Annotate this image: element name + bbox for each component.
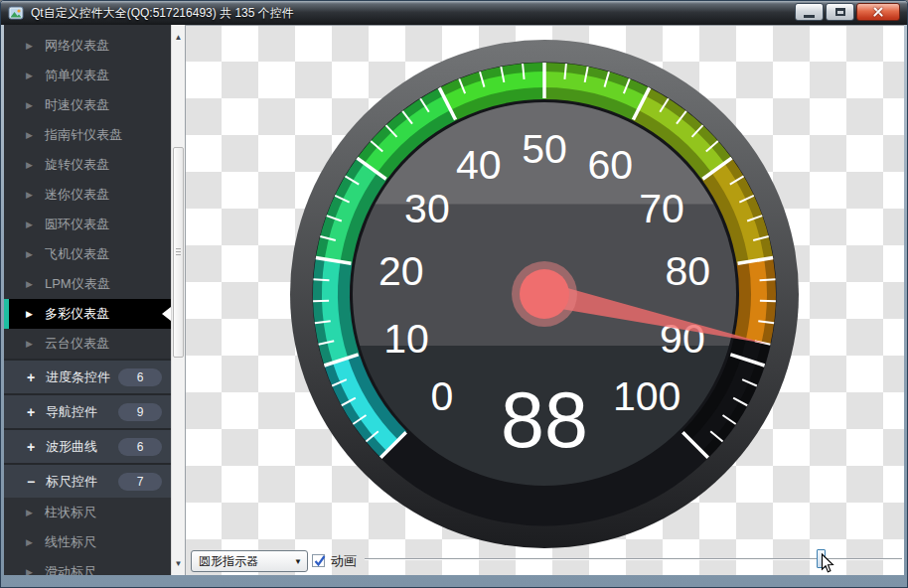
count-badge: 9 <box>118 403 162 421</box>
triangle-bullet-icon: ▶ <box>26 508 33 517</box>
scroll-up-button[interactable]: ▲ <box>172 30 185 45</box>
sidebar-item-12[interactable]: +导航控件9 <box>4 393 171 428</box>
sidebar: ▶网络仪表盘▶简单仪表盘▶时速仪表盘▶指南针仪表盘▶旋转仪表盘▶迷你仪表盘▶圆环… <box>4 25 171 575</box>
gauge-scale-label: 40 <box>456 142 502 188</box>
count-badge: 7 <box>118 473 162 491</box>
colorful-gauge: 010203040506070809010088 <box>185 25 904 575</box>
sidebar-item-1[interactable]: ▶简单仪表盘 <box>4 61 171 90</box>
sidebar-item-label: 多彩仪表盘 <box>45 305 109 323</box>
sidebar-item-2[interactable]: ▶时速仪表盘 <box>4 90 171 120</box>
gauge-scale-label: 10 <box>383 316 429 362</box>
sidebar-item-label: 云台仪表盘 <box>45 335 109 353</box>
gauge-scale-label: 70 <box>639 186 684 231</box>
sidebar-item-label: 波形曲线 <box>46 438 97 456</box>
gauge-scale-label: 100 <box>613 373 681 419</box>
window-frame: Qt自定义控件大全(QQ:517216493) 共 135 个控件 ▶网络仪表盘… <box>0 0 908 588</box>
window-title: Qt自定义控件大全(QQ:517216493) 共 135 个控件 <box>31 5 294 22</box>
gauge-scale-label: 50 <box>522 126 567 172</box>
sidebar-item-7[interactable]: ▶飞机仪表盘 <box>4 239 171 269</box>
sidebar-item-11[interactable]: +进度条控件6 <box>4 359 171 393</box>
checkmark-icon <box>313 553 329 569</box>
sidebar-item-6[interactable]: ▶圆环仪表盘 <box>4 210 171 239</box>
sidebar-item-label: 导航控件 <box>46 403 97 421</box>
gauge-scale-label: 0 <box>430 373 453 419</box>
close-button[interactable] <box>856 3 900 21</box>
sidebar-item-label: 网络仪表盘 <box>45 37 109 55</box>
minimize-button[interactable] <box>795 3 824 21</box>
sidebar-item-label: 指南针仪表盘 <box>45 126 122 144</box>
sidebar-item-label: LPM仪表盘 <box>45 275 110 293</box>
triangle-bullet-icon: ▶ <box>26 249 33 259</box>
sidebar-item-label: 简单仪表盘 <box>45 67 109 84</box>
sidebar-item-14[interactable]: −标尺控件7 <box>4 463 171 498</box>
sidebar-item-label: 进度条控件 <box>46 368 110 386</box>
sidebar-item-13[interactable]: +波形曲线6 <box>4 428 171 463</box>
combobox-value: 圆形指示器 <box>192 553 289 570</box>
triangle-bullet-icon: ▶ <box>26 339 33 349</box>
scroll-down-button[interactable]: ▼ <box>172 556 185 571</box>
triangle-bullet-icon: ▶ <box>26 537 33 547</box>
minus-icon: − <box>25 474 37 490</box>
plus-icon: + <box>25 439 37 455</box>
triangle-bullet-icon: ▶ <box>26 71 33 80</box>
sidebar-item-label: 线性标尺 <box>45 533 96 551</box>
minimize-icon <box>804 15 815 18</box>
scroll-up-icon: ▲ <box>175 33 183 42</box>
sidebar-item-4[interactable]: ▶旋转仪表盘 <box>4 150 171 180</box>
window-buttons <box>795 3 900 21</box>
sidebar-item-16[interactable]: ▶线性标尺 <box>4 527 171 557</box>
triangle-bullet-icon: ▶ <box>26 160 33 170</box>
indicator-style-combobox[interactable]: 圆形指示器 ▼ <box>191 550 308 572</box>
sidebar-item-label: 飞机仪表盘 <box>45 245 109 263</box>
count-badge: 6 <box>118 368 162 386</box>
plus-icon: + <box>25 404 37 420</box>
count-badge: 6 <box>118 438 162 456</box>
plus-icon: + <box>25 369 37 385</box>
app-window: Qt自定义控件大全(QQ:517216493) 共 135 个控件 ▶网络仪表盘… <box>0 0 908 588</box>
sidebar-item-5[interactable]: ▶迷你仪表盘 <box>4 180 171 210</box>
current-item-arrow-icon <box>162 307 171 321</box>
triangle-bullet-icon: ▶ <box>26 130 33 140</box>
triangle-bullet-icon: ▶ <box>26 41 33 51</box>
sidebar-item-9-selected[interactable]: ▶多彩仪表盘 <box>4 299 171 329</box>
scroll-down-icon: ▼ <box>175 559 183 568</box>
triangle-bullet-icon: ▶ <box>26 567 33 575</box>
sidebar-item-label: 圆环仪表盘 <box>45 216 109 233</box>
mouse-cursor-icon <box>821 553 836 575</box>
sidebar-item-15[interactable]: ▶柱状标尺 <box>4 498 171 527</box>
triangle-bullet-icon: ▶ <box>26 100 33 110</box>
sidebar-item-label: 旋转仪表盘 <box>45 156 109 174</box>
gauge-scale-label: 80 <box>665 248 710 294</box>
gauge-value-text: 88 <box>501 375 588 464</box>
titlebar[interactable]: Qt自定义控件大全(QQ:517216493) 共 135 个控件 <box>1 1 907 25</box>
sidebar-item-10[interactable]: ▶云台仪表盘 <box>4 329 171 359</box>
triangle-bullet-icon: ▶ <box>26 190 33 200</box>
triangle-bullet-icon: ▶ <box>26 220 33 229</box>
sidebar-item-3[interactable]: ▶指南针仪表盘 <box>4 120 171 150</box>
content-area: ▶网络仪表盘▶简单仪表盘▶时速仪表盘▶指南针仪表盘▶旋转仪表盘▶迷你仪表盘▶圆环… <box>4 25 904 575</box>
scrollbar-thumb[interactable] <box>173 147 184 358</box>
sidebar-item-17[interactable]: ▶滑动标尺 <box>4 557 171 575</box>
sidebar-scrollbar[interactable]: ▲ ▼ <box>171 25 185 575</box>
animation-checkbox[interactable] <box>312 554 325 567</box>
close-icon <box>872 7 884 17</box>
gauge-scale-label: 60 <box>587 142 633 188</box>
sidebar-item-label: 标尺控件 <box>46 473 97 491</box>
preview-canvas: 010203040506070809010088 圆形指示器 ▼ 动画 <box>185 25 904 575</box>
maximize-icon <box>835 8 845 16</box>
gauge-needle <box>541 282 767 344</box>
sidebar-item-8[interactable]: ▶LPM仪表盘 <box>4 269 171 299</box>
selection-accent-bar <box>4 299 9 329</box>
sidebar-item-label: 迷你仪表盘 <box>45 186 109 204</box>
animation-checkbox-label[interactable]: 动画 <box>331 552 357 570</box>
sidebar-item-label: 柱状标尺 <box>45 504 96 521</box>
sidebar-item-label: 滑动标尺 <box>45 563 96 575</box>
gauge-scale-label: 90 <box>660 316 705 362</box>
triangle-bullet-icon: ▶ <box>26 279 33 289</box>
combobox-dropdown-icon[interactable]: ▼ <box>289 551 307 571</box>
maximize-button[interactable] <box>826 3 854 21</box>
sidebar-item-0[interactable]: ▶网络仪表盘 <box>4 31 171 61</box>
sidebar-item-label: 时速仪表盘 <box>45 96 109 114</box>
gauge-scale-label: 20 <box>378 248 424 294</box>
gauge-scale-label: 30 <box>404 186 450 231</box>
